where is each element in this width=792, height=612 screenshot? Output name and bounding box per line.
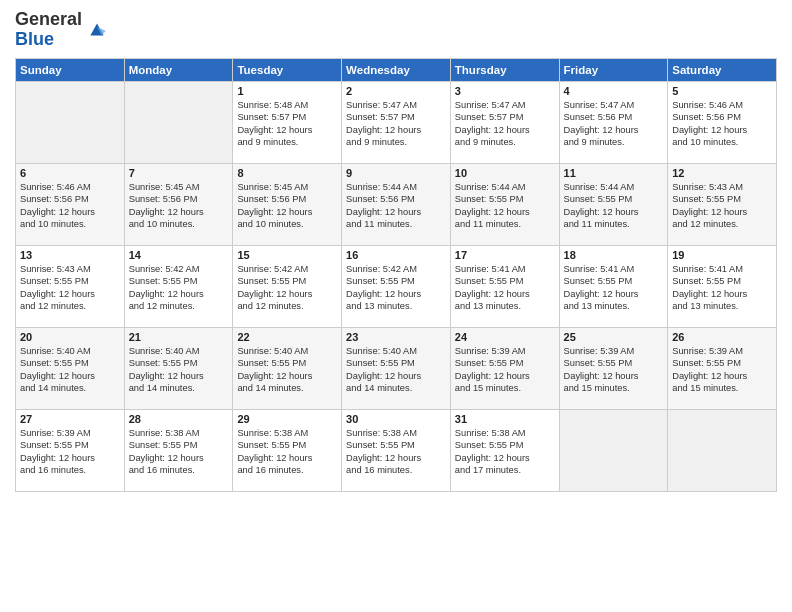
- cell-info: Sunrise: 5:47 AM Sunset: 5:57 PM Dayligh…: [455, 99, 555, 149]
- day-number: 7: [129, 167, 229, 179]
- calendar-cell: 10Sunrise: 5:44 AM Sunset: 5:55 PM Dayli…: [450, 163, 559, 245]
- logo-general: General: [15, 9, 82, 29]
- calendar-cell: 3Sunrise: 5:47 AM Sunset: 5:57 PM Daylig…: [450, 81, 559, 163]
- cell-info: Sunrise: 5:40 AM Sunset: 5:55 PM Dayligh…: [20, 345, 120, 395]
- calendar-cell: 18Sunrise: 5:41 AM Sunset: 5:55 PM Dayli…: [559, 245, 668, 327]
- cell-info: Sunrise: 5:39 AM Sunset: 5:55 PM Dayligh…: [564, 345, 664, 395]
- calendar-cell: [668, 409, 777, 491]
- calendar-cell: 21Sunrise: 5:40 AM Sunset: 5:55 PM Dayli…: [124, 327, 233, 409]
- day-number: 9: [346, 167, 446, 179]
- cell-info: Sunrise: 5:41 AM Sunset: 5:55 PM Dayligh…: [455, 263, 555, 313]
- col-header-monday: Monday: [124, 58, 233, 81]
- calendar-cell: [16, 81, 125, 163]
- calendar-cell: 17Sunrise: 5:41 AM Sunset: 5:55 PM Dayli…: [450, 245, 559, 327]
- day-number: 2: [346, 85, 446, 97]
- week-row-4: 20Sunrise: 5:40 AM Sunset: 5:55 PM Dayli…: [16, 327, 777, 409]
- calendar-cell: 29Sunrise: 5:38 AM Sunset: 5:55 PM Dayli…: [233, 409, 342, 491]
- day-number: 4: [564, 85, 664, 97]
- cell-info: Sunrise: 5:40 AM Sunset: 5:55 PM Dayligh…: [237, 345, 337, 395]
- day-number: 18: [564, 249, 664, 261]
- day-number: 26: [672, 331, 772, 343]
- calendar-cell: [124, 81, 233, 163]
- cell-info: Sunrise: 5:43 AM Sunset: 5:55 PM Dayligh…: [20, 263, 120, 313]
- day-number: 15: [237, 249, 337, 261]
- day-number: 28: [129, 413, 229, 425]
- day-number: 20: [20, 331, 120, 343]
- calendar-cell: 27Sunrise: 5:39 AM Sunset: 5:55 PM Dayli…: [16, 409, 125, 491]
- calendar-cell: 11Sunrise: 5:44 AM Sunset: 5:55 PM Dayli…: [559, 163, 668, 245]
- cell-info: Sunrise: 5:40 AM Sunset: 5:55 PM Dayligh…: [129, 345, 229, 395]
- cell-info: Sunrise: 5:47 AM Sunset: 5:57 PM Dayligh…: [346, 99, 446, 149]
- header-row: SundayMondayTuesdayWednesdayThursdayFrid…: [16, 58, 777, 81]
- day-number: 25: [564, 331, 664, 343]
- cell-info: Sunrise: 5:41 AM Sunset: 5:55 PM Dayligh…: [672, 263, 772, 313]
- calendar-cell: 2Sunrise: 5:47 AM Sunset: 5:57 PM Daylig…: [342, 81, 451, 163]
- calendar-cell: 13Sunrise: 5:43 AM Sunset: 5:55 PM Dayli…: [16, 245, 125, 327]
- cell-info: Sunrise: 5:42 AM Sunset: 5:55 PM Dayligh…: [237, 263, 337, 313]
- calendar-cell: 30Sunrise: 5:38 AM Sunset: 5:55 PM Dayli…: [342, 409, 451, 491]
- calendar-cell: 12Sunrise: 5:43 AM Sunset: 5:55 PM Dayli…: [668, 163, 777, 245]
- calendar-cell: 25Sunrise: 5:39 AM Sunset: 5:55 PM Dayli…: [559, 327, 668, 409]
- calendar-cell: [559, 409, 668, 491]
- cell-info: Sunrise: 5:40 AM Sunset: 5:55 PM Dayligh…: [346, 345, 446, 395]
- cell-info: Sunrise: 5:48 AM Sunset: 5:57 PM Dayligh…: [237, 99, 337, 149]
- week-row-2: 6Sunrise: 5:46 AM Sunset: 5:56 PM Daylig…: [16, 163, 777, 245]
- calendar-cell: 23Sunrise: 5:40 AM Sunset: 5:55 PM Dayli…: [342, 327, 451, 409]
- logo-icon: [86, 19, 108, 41]
- cell-info: Sunrise: 5:47 AM Sunset: 5:56 PM Dayligh…: [564, 99, 664, 149]
- day-number: 13: [20, 249, 120, 261]
- cell-info: Sunrise: 5:38 AM Sunset: 5:55 PM Dayligh…: [346, 427, 446, 477]
- calendar-cell: 16Sunrise: 5:42 AM Sunset: 5:55 PM Dayli…: [342, 245, 451, 327]
- day-number: 23: [346, 331, 446, 343]
- cell-info: Sunrise: 5:38 AM Sunset: 5:55 PM Dayligh…: [129, 427, 229, 477]
- logo-blue: Blue: [15, 29, 54, 49]
- cell-info: Sunrise: 5:42 AM Sunset: 5:55 PM Dayligh…: [346, 263, 446, 313]
- day-number: 24: [455, 331, 555, 343]
- cell-info: Sunrise: 5:38 AM Sunset: 5:55 PM Dayligh…: [455, 427, 555, 477]
- day-number: 8: [237, 167, 337, 179]
- cell-info: Sunrise: 5:44 AM Sunset: 5:56 PM Dayligh…: [346, 181, 446, 231]
- week-row-1: 1Sunrise: 5:48 AM Sunset: 5:57 PM Daylig…: [16, 81, 777, 163]
- cell-info: Sunrise: 5:46 AM Sunset: 5:56 PM Dayligh…: [672, 99, 772, 149]
- col-header-sunday: Sunday: [16, 58, 125, 81]
- cell-info: Sunrise: 5:44 AM Sunset: 5:55 PM Dayligh…: [455, 181, 555, 231]
- day-number: 11: [564, 167, 664, 179]
- col-header-tuesday: Tuesday: [233, 58, 342, 81]
- day-number: 30: [346, 413, 446, 425]
- day-number: 3: [455, 85, 555, 97]
- cell-info: Sunrise: 5:39 AM Sunset: 5:55 PM Dayligh…: [20, 427, 120, 477]
- cell-info: Sunrise: 5:39 AM Sunset: 5:55 PM Dayligh…: [455, 345, 555, 395]
- col-header-saturday: Saturday: [668, 58, 777, 81]
- calendar-cell: 6Sunrise: 5:46 AM Sunset: 5:56 PM Daylig…: [16, 163, 125, 245]
- day-number: 14: [129, 249, 229, 261]
- cell-info: Sunrise: 5:43 AM Sunset: 5:55 PM Dayligh…: [672, 181, 772, 231]
- col-header-friday: Friday: [559, 58, 668, 81]
- calendar-cell: 31Sunrise: 5:38 AM Sunset: 5:55 PM Dayli…: [450, 409, 559, 491]
- day-number: 29: [237, 413, 337, 425]
- cell-info: Sunrise: 5:44 AM Sunset: 5:55 PM Dayligh…: [564, 181, 664, 231]
- calendar-cell: 15Sunrise: 5:42 AM Sunset: 5:55 PM Dayli…: [233, 245, 342, 327]
- day-number: 16: [346, 249, 446, 261]
- col-header-wednesday: Wednesday: [342, 58, 451, 81]
- cell-info: Sunrise: 5:38 AM Sunset: 5:55 PM Dayligh…: [237, 427, 337, 477]
- cell-info: Sunrise: 5:42 AM Sunset: 5:55 PM Dayligh…: [129, 263, 229, 313]
- page-header: General Blue: [15, 10, 777, 50]
- calendar-cell: 9Sunrise: 5:44 AM Sunset: 5:56 PM Daylig…: [342, 163, 451, 245]
- calendar-cell: 22Sunrise: 5:40 AM Sunset: 5:55 PM Dayli…: [233, 327, 342, 409]
- day-number: 21: [129, 331, 229, 343]
- cell-info: Sunrise: 5:45 AM Sunset: 5:56 PM Dayligh…: [237, 181, 337, 231]
- calendar-cell: 1Sunrise: 5:48 AM Sunset: 5:57 PM Daylig…: [233, 81, 342, 163]
- day-number: 1: [237, 85, 337, 97]
- calendar-cell: 7Sunrise: 5:45 AM Sunset: 5:56 PM Daylig…: [124, 163, 233, 245]
- calendar-cell: 14Sunrise: 5:42 AM Sunset: 5:55 PM Dayli…: [124, 245, 233, 327]
- calendar-cell: 8Sunrise: 5:45 AM Sunset: 5:56 PM Daylig…: [233, 163, 342, 245]
- calendar-cell: 19Sunrise: 5:41 AM Sunset: 5:55 PM Dayli…: [668, 245, 777, 327]
- cell-info: Sunrise: 5:39 AM Sunset: 5:55 PM Dayligh…: [672, 345, 772, 395]
- calendar-table: SundayMondayTuesdayWednesdayThursdayFrid…: [15, 58, 777, 492]
- day-number: 12: [672, 167, 772, 179]
- calendar-cell: 4Sunrise: 5:47 AM Sunset: 5:56 PM Daylig…: [559, 81, 668, 163]
- logo: General Blue: [15, 10, 108, 50]
- week-row-3: 13Sunrise: 5:43 AM Sunset: 5:55 PM Dayli…: [16, 245, 777, 327]
- col-header-thursday: Thursday: [450, 58, 559, 81]
- calendar-cell: 5Sunrise: 5:46 AM Sunset: 5:56 PM Daylig…: [668, 81, 777, 163]
